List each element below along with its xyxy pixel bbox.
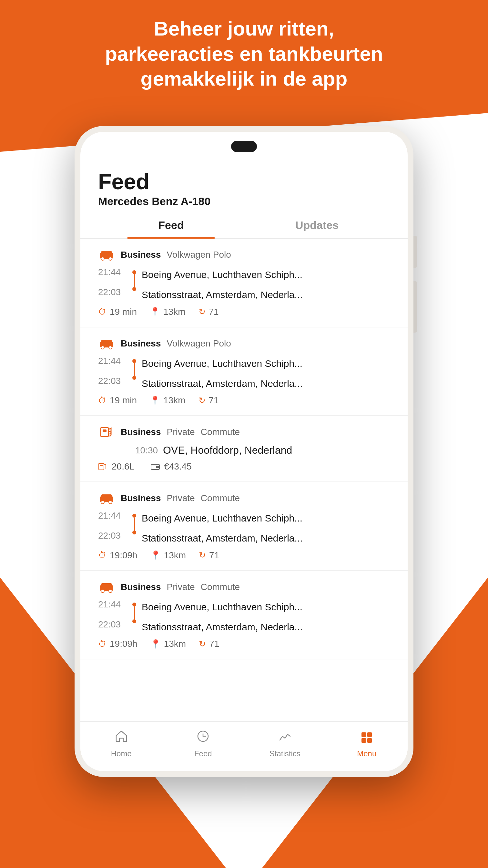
camera-notch bbox=[231, 141, 257, 152]
score-value-4: 71 bbox=[209, 550, 219, 561]
route-from-time-1: 21:44 bbox=[98, 267, 132, 277]
feed-item-1[interactable]: Business Volkwagen Polo 21:44 Boeing Ave… bbox=[80, 239, 408, 328]
route-from-time-2: 21:44 bbox=[98, 356, 132, 366]
route-from-1: 21:44 Boeing Avenue, Luchthaven Schiph..… bbox=[98, 267, 390, 290]
feed-list: Business Volkwagen Polo 21:44 Boeing Ave… bbox=[80, 239, 408, 721]
feed-item-2[interactable]: Business Volkwagen Polo 21:44 Boeing Ave… bbox=[80, 328, 408, 416]
svg-rect-16 bbox=[101, 494, 112, 498]
svg-point-3 bbox=[109, 257, 112, 260]
clock-icon-2: ⏱ bbox=[98, 396, 106, 406]
svg-point-10 bbox=[108, 431, 111, 434]
tab-updates[interactable]: Updates bbox=[244, 219, 390, 238]
phone-screen: Feed Mercedes Benz A-180 Feed Updates bbox=[80, 132, 408, 771]
header-text: Beheer jouw ritten, parkeeracties en tan… bbox=[0, 16, 488, 91]
meta-score-2: ↻ 71 bbox=[198, 395, 219, 406]
clock-icon-5: ⏱ bbox=[98, 639, 106, 649]
tag-commute-3: Commute bbox=[201, 427, 240, 437]
route-to-address-1: Stationsstraat, Amsterdam, Nederla... bbox=[142, 287, 390, 302]
svg-point-6 bbox=[101, 346, 104, 349]
tag-vehicle-2: Volkwagen Polo bbox=[167, 338, 231, 349]
route-connector-2 bbox=[132, 356, 136, 378]
clock-icon-4: ⏱ bbox=[98, 550, 106, 560]
feed-meta-1: ⏱ 19 min 📍 13km ↻ 71 bbox=[98, 307, 390, 317]
duration-value-5: 19:09h bbox=[110, 639, 137, 649]
svg-point-21 bbox=[101, 589, 104, 593]
route-to-time-2: 22:03 bbox=[98, 376, 132, 386]
nav-item-menu[interactable]: Menu bbox=[326, 729, 408, 758]
route-from-address-2: Boeing Avenue, Luchthaven Schiph... bbox=[142, 356, 390, 370]
tab-feed[interactable]: Feed bbox=[98, 219, 244, 238]
route-to-address-2: Stationsstraat, Amsterdam, Nederla... bbox=[142, 376, 390, 391]
svg-rect-20 bbox=[101, 583, 112, 587]
meta-distance-5: 📍 13km bbox=[151, 639, 186, 649]
svg-point-17 bbox=[101, 500, 104, 504]
svg-rect-12 bbox=[100, 465, 103, 466]
app-title: Feed bbox=[98, 170, 390, 192]
meta-distance-2: 📍 13km bbox=[150, 395, 185, 406]
svg-rect-26 bbox=[361, 738, 366, 743]
fuel-meta-3: 20.6L €43.45 bbox=[98, 461, 390, 472]
route-to-address-5: Stationsstraat, Amsterdam, Nederla... bbox=[142, 619, 390, 634]
tag-commute-5: Commute bbox=[201, 582, 240, 592]
route-from-time-5: 21:44 bbox=[98, 599, 132, 610]
distance-value-4: 13km bbox=[164, 550, 186, 561]
meta-distance-1: 📍 13km bbox=[150, 307, 185, 317]
duration-value-2: 19 min bbox=[110, 395, 137, 406]
route-to-1: 22:03 Stationsstraat, Amsterdam, Nederla… bbox=[98, 287, 390, 302]
nav-label-statistics: Statistics bbox=[269, 749, 300, 758]
fuel-cost-3: €43.45 bbox=[151, 461, 192, 472]
distance-value-1: 13km bbox=[163, 307, 185, 317]
car-icon-4 bbox=[98, 492, 115, 505]
feed-item-5-header: Business Private Commute bbox=[98, 581, 390, 593]
svg-rect-5 bbox=[101, 340, 112, 344]
fuel-location-name-3: OVE, Hoofddorp, Nederland bbox=[163, 444, 292, 456]
nav-item-feed[interactable]: Feed bbox=[162, 729, 244, 758]
feed-item-5[interactable]: Business Private Commute 21:44 bbox=[80, 571, 408, 660]
feed-item-3[interactable]: Business Private Commute 10:30 OVE, Hoof… bbox=[80, 416, 408, 482]
dot-to-2 bbox=[132, 376, 136, 380]
feed-item-4-header: Business Private Commute bbox=[98, 492, 390, 505]
nav-item-home[interactable]: Home bbox=[80, 729, 162, 758]
score-value-1: 71 bbox=[209, 307, 219, 317]
route-from-5: 21:44 Boeing Avenue, Luchthaven Schiph..… bbox=[98, 599, 390, 622]
meta-duration-5: ⏱ 19:09h bbox=[98, 639, 137, 649]
route-connector-2b bbox=[132, 376, 136, 380]
dot-from-2 bbox=[132, 359, 136, 363]
score-value-5: 71 bbox=[209, 639, 219, 649]
svg-rect-11 bbox=[99, 463, 104, 470]
car-icon bbox=[98, 248, 115, 261]
tag-business-3: Business bbox=[121, 427, 161, 437]
cost-value-3: €43.45 bbox=[164, 461, 192, 472]
svg-point-7 bbox=[109, 346, 112, 349]
route-connector-4b bbox=[132, 531, 136, 534]
feed-item-3-header: Business Private Commute bbox=[98, 426, 390, 438]
svg-rect-27 bbox=[367, 738, 372, 743]
distance-value-2: 13km bbox=[163, 395, 185, 406]
meta-score-1: ↻ 71 bbox=[198, 307, 219, 317]
phone-mockup: Feed Mercedes Benz A-180 Feed Updates bbox=[74, 126, 414, 777]
feed-item-2-header: Business Volkwagen Polo bbox=[98, 337, 390, 350]
route-from-2: 21:44 Boeing Avenue, Luchthaven Schiph..… bbox=[98, 356, 390, 378]
route-pair-4: 21:44 Boeing Avenue, Luchthaven Schiph..… bbox=[98, 510, 390, 545]
svg-point-18 bbox=[109, 500, 112, 504]
duration-value-4: 19:09h bbox=[110, 550, 137, 561]
svg-rect-24 bbox=[361, 733, 366, 737]
liters-value-3: 20.6L bbox=[112, 461, 134, 472]
score-value-2: 71 bbox=[209, 395, 219, 406]
route-to-time-5: 22:03 bbox=[98, 619, 132, 630]
route-from-address-5: Boeing Avenue, Luchthaven Schiph... bbox=[142, 599, 390, 614]
bottom-nav: Home Feed bbox=[80, 721, 408, 771]
feed-meta-5: ⏱ 19:09h 📍 13km ↻ 71 bbox=[98, 639, 390, 649]
meta-score-5: ↻ 71 bbox=[199, 639, 219, 649]
route-to-2: 22:03 Stationsstraat, Amsterdam, Nederla… bbox=[98, 376, 390, 391]
tag-business-4: Business bbox=[121, 493, 161, 503]
feed-nav-icon bbox=[196, 729, 210, 747]
tabs-container: Feed Updates bbox=[80, 219, 408, 239]
feed-meta-4: ⏱ 19:09h 📍 13km ↻ 71 bbox=[98, 550, 390, 561]
location-icon-5: 📍 bbox=[151, 639, 161, 649]
svg-point-2 bbox=[101, 257, 104, 260]
nav-item-statistics[interactable]: Statistics bbox=[244, 729, 326, 758]
route-to-time-4: 22:03 bbox=[98, 531, 132, 541]
feed-item-4[interactable]: Business Private Commute 21:44 bbox=[80, 482, 408, 571]
route-from-4: 21:44 Boeing Avenue, Luchthaven Schiph..… bbox=[98, 510, 390, 533]
